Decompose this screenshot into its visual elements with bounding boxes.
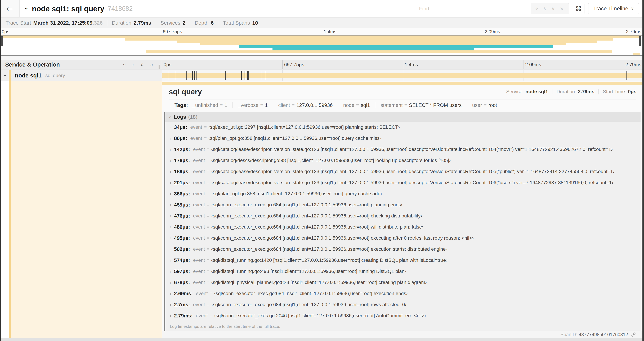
log-entry-row[interactable]: › 142μs: event = ‹sql/catalog/lease/desc… — [165, 144, 640, 155]
log-entry-row[interactable]: › 678μs: event = ‹sql/distsql_physical_p… — [165, 277, 640, 288]
log-field-value: ‹sql/conn_executor_exec.go:684 [nsql1,cl… — [211, 235, 474, 241]
view-selector-button[interactable]: Trace Timeline ∨ — [588, 3, 639, 14]
expand-collapse-controls: › › » » — [124, 60, 153, 69]
log-field-value: ‹sql/catalog/lease/descriptor_version_st… — [211, 169, 614, 174]
log-entry-row[interactable]: › 366μs: event = ‹sql/plan_opt.go:358 [n… — [165, 188, 640, 199]
meta-value: 0μs — [628, 89, 636, 94]
trace-summary-item: Duration 2.79ms — [107, 20, 151, 26]
span-duration-bar[interactable] — [162, 73, 644, 78]
log-expand-chevron-icon[interactable]: › — [170, 213, 171, 218]
trace-id: 7418682 — [108, 5, 132, 12]
meta-value: 2.79ms — [578, 89, 594, 94]
log-expand-chevron-icon[interactable]: › — [170, 202, 171, 207]
log-equals: = — [210, 313, 212, 318]
window-left-edge — [0, 0, 1, 341]
log-entry-row[interactable]: › 2.7ms: event = ‹sql/conn_executor_exec… — [165, 299, 640, 310]
log-field-key: event — [190, 136, 202, 141]
next-result-icon[interactable]: ∨ — [551, 6, 555, 12]
log-expand-chevron-icon[interactable]: › — [170, 247, 171, 252]
log-expand-chevron-icon[interactable]: › — [170, 269, 171, 274]
logs-title: Logs — [174, 114, 186, 120]
log-field-key: event — [193, 191, 205, 196]
log-expand-chevron-icon[interactable]: › — [170, 125, 171, 130]
log-expand-chevron-icon[interactable]: › — [170, 147, 171, 152]
deep-link-icon[interactable] — [631, 332, 636, 337]
log-expand-chevron-icon[interactable]: › — [170, 313, 171, 318]
expand-one-icon[interactable]: › — [132, 62, 134, 68]
time-axis-label: 2.79ms — [626, 29, 641, 34]
log-expand-chevron-icon[interactable]: › — [170, 180, 171, 185]
log-entry-row[interactable]: › 176μs: event = ‹sql/catalog/descs/desc… — [165, 155, 640, 166]
log-entry-row[interactable]: › 2.69ms: event = ‹sql/conn_executor_exe… — [165, 288, 640, 299]
log-entry-row[interactable]: › 2.79ms: event = ‹sql/conn_executor_exe… — [165, 310, 640, 321]
tags-row[interactable]: › Tags: _unfinished = 1 _verbose — [162, 100, 644, 110]
minimap-canvas[interactable] — [0, 35, 644, 56]
find-input[interactable] — [415, 3, 530, 14]
log-expand-chevron-icon[interactable]: › — [170, 258, 171, 263]
tag-equals: = — [404, 102, 407, 108]
clear-find-icon[interactable]: × — [560, 6, 564, 12]
log-entry-row[interactable]: › 502μs: event = ‹sql/conn_executor_exec… — [165, 244, 640, 255]
log-entry-row[interactable]: › 574μs: event = ‹sql/distsql_running.go… — [165, 255, 640, 266]
log-entry-row[interactable]: › 80μs: event = ‹sql/plan_opt.go:358 [ns… — [165, 133, 640, 144]
log-entry-row[interactable]: › 597μs: event = ‹sql/distsql_running.go… — [165, 266, 640, 277]
column-resize-grip[interactable]: ‖ — [158, 64, 160, 69]
chevron-down-icon: ∨ — [631, 7, 634, 11]
log-expand-chevron-icon[interactable]: › — [170, 302, 171, 307]
collapse-one-icon[interactable]: › — [122, 64, 128, 65]
tag-value: 127.0.0.1:59936 — [296, 102, 333, 108]
minimap-left-drag-handle[interactable] — [1, 36, 3, 46]
trace-summary-item: Trace Start March 31 2022, 17:25:09.326 — [6, 20, 103, 26]
span-row-timeline-cell[interactable] — [162, 70, 644, 81]
window-bottom-band — [0, 338, 644, 341]
service-operation-header: Service & Operation › › » » ‖ — [0, 60, 162, 69]
log-expand-chevron-icon[interactable]: › — [170, 280, 171, 285]
log-entry-row[interactable]: › 486μs: event = ‹sql/conn_executor_exec… — [165, 221, 640, 232]
log-entry-row[interactable]: › 189μs: event = ‹sql/catalog/lease/desc… — [165, 166, 640, 177]
log-field-value: ‹sql/distsql_running.go:498 [nsql1,clien… — [211, 269, 406, 274]
log-expand-chevron-icon[interactable]: › — [170, 169, 171, 174]
span-collapse-chevron-icon[interactable]: › — [2, 75, 8, 76]
trace-summary-item: Services 2 — [156, 20, 186, 26]
summary-value-text: 10 — [252, 20, 258, 26]
span-log-tick — [241, 71, 242, 80]
log-entry-row[interactable]: › 201μs: event = ‹sql/catalog/lease/desc… — [165, 177, 640, 188]
keyboard-shortcuts-button[interactable]: ⌘ — [573, 3, 584, 14]
log-expand-chevron-icon[interactable]: › — [170, 191, 171, 196]
minimap-right-drag-handle[interactable] — [639, 36, 641, 46]
locate-icon[interactable]: ⌖ — [535, 6, 538, 12]
log-expand-chevron-icon[interactable]: › — [170, 158, 171, 163]
log-field-value: ‹sql/exec_util.go:2297 [nsql1,client=127… — [208, 124, 400, 130]
summary-value: 6 — [211, 20, 214, 26]
span-operation-name: sql query — [45, 73, 65, 78]
log-expand-chevron-icon[interactable]: › — [170, 225, 171, 230]
log-field-key: event — [193, 257, 205, 263]
span-row: › node sql1 sql query — [0, 70, 644, 81]
span-log-tick — [628, 71, 628, 80]
log-expand-chevron-icon[interactable]: › — [170, 291, 171, 296]
logs-header[interactable]: › Logs (18) — [165, 112, 640, 122]
time-axis-label: 697.75μs — [163, 29, 182, 34]
log-expand-chevron-icon[interactable]: › — [170, 136, 171, 141]
tags-expand-chevron-icon[interactable]: › — [170, 103, 172, 108]
log-expand-chevron-icon[interactable]: › — [170, 236, 171, 241]
collapse-all-icon[interactable]: » — [139, 63, 145, 66]
span-log-tick — [265, 71, 266, 80]
logs-collapse-chevron-icon[interactable]: › — [168, 116, 172, 118]
trace-title: node sql1: sql query — [32, 5, 104, 13]
span-log-tick — [186, 71, 187, 80]
tag-key: user — [472, 102, 482, 108]
summary-label: Duration — [112, 20, 132, 26]
tag-equals: = — [484, 102, 487, 108]
log-timestamp: 2.7ms: — [174, 302, 190, 307]
log-entry-row[interactable]: › 459μs: event = ‹sql/conn_executor_exec… — [165, 199, 640, 210]
log-entry-row[interactable]: › 34μs: event = ‹sql/exec_util.go:2297 [… — [165, 122, 640, 133]
collapse-trace-chevron-icon[interactable]: › — [23, 8, 30, 10]
log-entry-row[interactable]: › 476μs: event = ‹sql/conn_executor_exec… — [165, 210, 640, 221]
expand-all-icon[interactable]: » — [150, 62, 153, 68]
back-button[interactable]: ← — [0, 0, 20, 17]
log-entry-row[interactable]: › 495μs: event = ‹sql/conn_executor_exec… — [165, 232, 640, 244]
span-operation-title: sql query — [169, 88, 202, 96]
span-row-name-cell[interactable]: › node sql1 sql query — [0, 70, 162, 81]
prev-result-icon[interactable]: ∧ — [543, 6, 546, 12]
